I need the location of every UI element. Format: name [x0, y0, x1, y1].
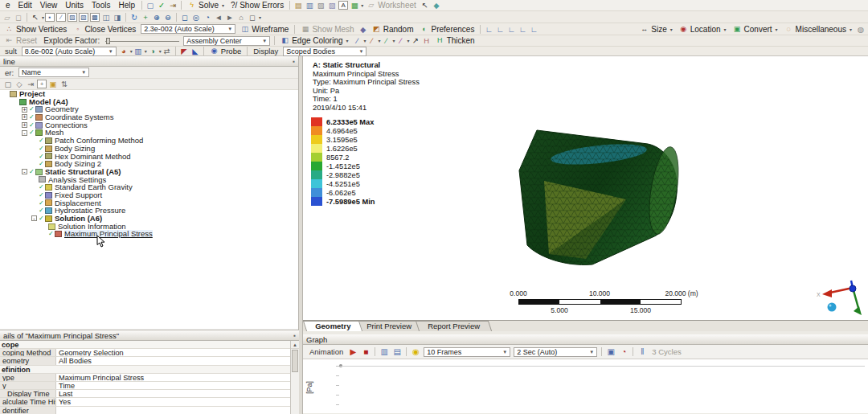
tree-item-displacement[interactable]: ✓Displacement: [0, 199, 298, 207]
probe-button[interactable]: ◉Probe: [207, 47, 244, 55]
zoom-out-icon[interactable]: ⊖: [162, 13, 174, 22]
collapse-icon[interactable]: -: [22, 130, 27, 136]
filter-name-dropdown[interactable]: Name ▼: [18, 68, 89, 77]
expand-icon[interactable]: +: [22, 107, 27, 113]
edge-direction-icon-1[interactable]: ∟: [483, 25, 494, 34]
menu-view[interactable]: View: [36, 1, 62, 10]
edge-direction-icon-2[interactable]: ∟: [494, 25, 506, 34]
selection-cursor-icon[interactable]: ↖: [420, 1, 431, 10]
annotation-a-icon[interactable]: A: [338, 1, 348, 10]
miscellaneous-button[interactable]: ◌Miscellaneous▾: [781, 23, 855, 35]
duration-dropdown[interactable]: 2 Sec (Auto)▼: [514, 347, 597, 357]
scrollbar-thumb[interactable]: [292, 350, 298, 372]
viewports-icon-group[interactable]: ◻▾: [247, 13, 261, 22]
collapse-icon[interactable]: -: [22, 169, 27, 174]
show-errors-button[interactable]: ?/ Show Errors: [227, 0, 287, 10]
cycles-icon[interactable]: ‖: [636, 347, 649, 356]
menu-help[interactable]: Help: [114, 1, 139, 10]
rotate-icon[interactable]: ↻: [129, 13, 140, 22]
iso-surface-icon-group[interactable]: ◑▾: [147, 47, 162, 55]
show-vertices-button[interactable]: ∴Show Vertices: [2, 23, 70, 35]
vertex-scale-dropdown[interactable]: 2.3e-002 (Auto Scale)▼: [141, 24, 235, 34]
chart-pane-icon[interactable]: ▥: [378, 347, 391, 356]
window-icon[interactable]: ▢: [145, 1, 156, 10]
show-mesh-button[interactable]: ▦Show Mesh: [297, 23, 357, 35]
fit-icon[interactable]: ◎: [190, 13, 202, 22]
contour-bands-icon-group[interactable]: ▥▾: [133, 47, 147, 55]
frames-dropdown[interactable]: 10 Frames▼: [424, 347, 510, 357]
collapse-icon[interactable]: -: [31, 215, 37, 221]
convert-button[interactable]: ▣Convert▾: [730, 23, 781, 35]
label-icon[interactable]: ▱: [2, 13, 13, 22]
contour-display-icon-group[interactable]: ◕▾: [118, 47, 133, 55]
random-button[interactable]: ◩Random: [369, 23, 417, 35]
details-row-eometry[interactable]: eometryAll Bodies: [0, 357, 290, 365]
next-view-icon[interactable]: ►: [224, 13, 235, 22]
scroll-up-icon[interactable]: ▲: [291, 341, 299, 349]
details-row-ype[interactable]: ypeMaximum Principal Stress: [0, 374, 290, 382]
edge-coloring-button[interactable]: ◧Edge Coloring▾: [277, 35, 351, 46]
wireframe-button[interactable]: ◫Wireframe: [237, 23, 292, 35]
select-stack-icon[interactable]: ◨: [112, 13, 123, 22]
tree-item-fixed-support[interactable]: ✓Fixed Support: [0, 191, 298, 199]
probe-annotation-icon[interactable]: ◻: [13, 13, 24, 22]
face-filter-icon[interactable]: ▨: [68, 13, 77, 22]
tab-report-preview[interactable]: Report Preview: [416, 321, 492, 331]
select-all-icon[interactable]: ◫: [100, 13, 112, 22]
pin-icon[interactable]: ▪: [293, 332, 296, 339]
select-mode-icon[interactable]: ↖: [30, 13, 41, 22]
edge-option-icon-4-group[interactable]: ∕▾: [395, 36, 410, 45]
worksheet-button[interactable]: ▱Worksheet: [363, 0, 420, 10]
contour-display-icon[interactable]: ◕: [118, 47, 129, 55]
close-vertices-button[interactable]: ◦Close Vertices: [70, 23, 139, 35]
body-filter-icon[interactable]: ▧: [79, 13, 88, 22]
iso-view-icon[interactable]: ⌂: [235, 13, 247, 22]
explode-center-dropdown[interactable]: Assembly Center▼: [183, 36, 270, 46]
stop-icon[interactable]: ■: [359, 347, 372, 356]
contour-bands-icon[interactable]: ▥: [133, 47, 144, 55]
play-icon[interactable]: ▶: [346, 347, 359, 356]
size-button[interactable]: ↔Size▾: [637, 23, 675, 35]
collapse-tree-icon[interactable]: ▢: [2, 80, 14, 88]
edge-option-icon-2[interactable]: ∕: [366, 36, 378, 45]
edge-option-icon-4[interactable]: ∕: [395, 36, 407, 45]
tab-geometry[interactable]: Geometry: [303, 321, 363, 331]
menu-e[interactable]: e: [2, 1, 14, 10]
edge-option-icon-3-group[interactable]: ∕▾: [381, 36, 395, 45]
edge-direction-icon-3[interactable]: ∟: [506, 25, 517, 34]
tree-item-static-structural-a5[interactable]: -✓Static Structural (A5): [0, 168, 298, 176]
notes-icon[interactable]: ▤: [293, 1, 304, 10]
bulb-icon[interactable]: ◉: [409, 347, 422, 356]
expand-all-icon[interactable]: +: [37, 80, 47, 88]
next-step-icon[interactable]: ⇥: [167, 1, 178, 10]
tree-item-analysis-settings[interactable]: Analysis Settings: [0, 176, 298, 184]
extend-selection-icon[interactable]: ▩: [90, 13, 100, 22]
edge-filter-icon[interactable]: ∕: [56, 13, 66, 22]
details-row-y[interactable]: yTime: [0, 382, 290, 390]
figure-image-icon[interactable]: ▦: [349, 1, 360, 10]
geometry-viewport[interactable]: A: Static Structural Maximum Principal S…: [303, 56, 868, 320]
chart-pane2-icon[interactable]: ▤: [391, 347, 403, 356]
preferences-button[interactable]: ◐Preferences: [416, 23, 477, 35]
tree-item-hex-dominant-method[interactable]: ✓Hex Dominant Method: [0, 153, 298, 161]
comment-icon[interactable]: ▧: [326, 1, 338, 10]
outline-display-icon[interactable]: ⇄: [162, 47, 173, 55]
menu-edit[interactable]: Edit: [14, 1, 36, 10]
details-row-alculate-time-history[interactable]: alculate Time HistoryYes: [0, 398, 290, 406]
pin-icon[interactable]: ▪: [293, 58, 295, 65]
prev-view-icon[interactable]: ◄: [213, 13, 224, 22]
explode-factor-slider[interactable]: [105, 37, 179, 45]
expand-icon[interactable]: +: [22, 122, 27, 128]
validate-icon[interactable]: ✓: [156, 1, 167, 10]
edge-option-icon-3[interactable]: ∕: [381, 36, 392, 45]
filter-tree-icon[interactable]: ◇: [14, 80, 25, 88]
export-video-icon[interactable]: ▣: [604, 347, 617, 356]
edge-extra-icon[interactable]: ◍: [855, 25, 866, 34]
thicken-button[interactable]: HThicken: [432, 35, 478, 46]
expand-icon[interactable]: +: [22, 114, 27, 120]
folder-icon[interactable]: ▣: [47, 80, 59, 88]
mesh-quality-icon[interactable]: ◆: [358, 25, 369, 34]
tab-print-preview[interactable]: Print Preview: [354, 321, 424, 331]
solve-button[interactable]: ϟSolve▾: [184, 0, 227, 10]
tree-item-solution-a6[interactable]: -✓Solution (A6): [0, 215, 298, 223]
